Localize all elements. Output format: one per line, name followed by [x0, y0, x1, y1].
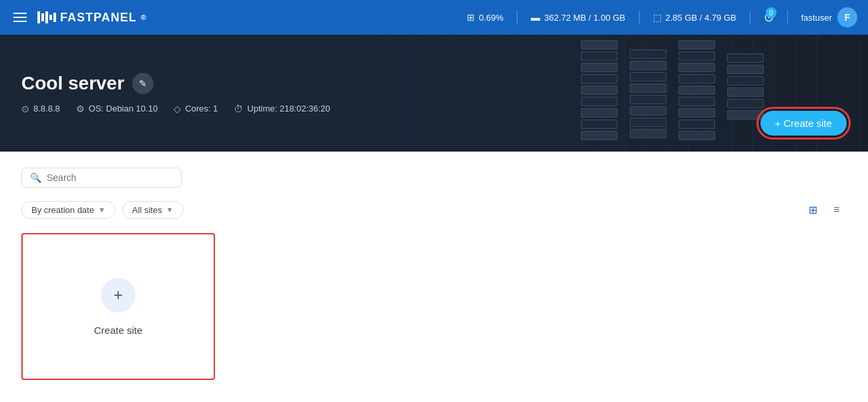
logo-tm: ® [141, 13, 147, 21]
search-icon: 🔍 [30, 172, 41, 183]
server-title: Cool server [21, 73, 124, 94]
divider-2 [639, 11, 640, 24]
logo: FASTPANEL® [37, 11, 459, 25]
logo-icon [37, 11, 56, 23]
ram-stat: ▬ 362.72 MB / 1.00 GB [531, 12, 625, 23]
sort-filter-button[interactable]: By creation date ▼ [21, 201, 116, 219]
cores-value: Cores: 1 [185, 104, 218, 114]
uptime-value: Uptime: 218:02:36:20 [247, 104, 330, 114]
server-ip: ⊙ 8.8.8.8 [21, 104, 60, 114]
sort-chevron-icon: ▼ [98, 206, 105, 214]
cores-icon: ◇ [174, 104, 181, 114]
notification-badge: 0 [766, 7, 777, 18]
plus-icon: + [114, 286, 123, 305]
disk-value: 2.85 GB / 4.79 GB [666, 13, 736, 23]
hamburger-menu[interactable] [11, 10, 29, 25]
add-circle-icon: + [101, 278, 136, 313]
create-site-card-label: Create site [94, 325, 143, 336]
divider-1 [517, 11, 517, 24]
edit-server-button[interactable]: ✎ [132, 73, 154, 94]
grid-icon: ⊞ [809, 204, 817, 216]
filters-row: By creation date ▼ All sites ▼ ⊞ ≡ [21, 200, 847, 220]
nav-stats: ⊞ 0.69% ▬ 362.72 MB / 1.00 GB ⬚ 2.85 GB … [467, 7, 857, 27]
cards-grid: + Create site [21, 233, 847, 380]
divider-4 [787, 11, 788, 24]
server-uptime: ⏱ Uptime: 218:02:36:20 [234, 104, 330, 114]
notifications[interactable]: ⊙ 0 [764, 10, 774, 25]
os-value: OS: Debian 10.10 [89, 104, 158, 114]
sort-label: By creation date [31, 205, 94, 215]
sites-filter-button[interactable]: All sites ▼ [122, 201, 184, 219]
filter-chevron-icon: ▼ [166, 206, 174, 214]
create-site-header-button[interactable]: + Create site [761, 111, 847, 136]
ram-value: 362.72 MB / 1.00 GB [544, 13, 625, 23]
cpu-icon: ⊞ [467, 12, 475, 23]
list-view-button[interactable]: ≡ [827, 200, 847, 220]
ram-icon: ▬ [531, 12, 540, 23]
server-cores: ◇ Cores: 1 [174, 104, 218, 114]
create-site-card[interactable]: + Create site [21, 233, 215, 380]
list-icon: ≡ [833, 204, 839, 216]
clock-icon: ⏱ [234, 104, 243, 114]
cpu-stat: ⊞ 0.69% [467, 12, 503, 23]
search-bar: 🔍 [21, 168, 182, 188]
logo-text: FASTPANEL [60, 11, 137, 25]
server-os: ⚙ OS: Debian 10.10 [76, 104, 158, 114]
create-site-header-label: + Create site [775, 118, 832, 129]
filters-left: By creation date ▼ All sites ▼ [21, 201, 184, 219]
search-input[interactable] [47, 172, 173, 183]
user-menu[interactable]: fastuser F [801, 7, 857, 27]
username: fastuser [801, 13, 832, 23]
disk-icon: ⬚ [653, 12, 662, 23]
top-navigation: FASTPANEL® ⊞ 0.69% ▬ 362.72 MB / 1.00 GB… [0, 0, 868, 35]
cpu-value: 0.69% [479, 13, 503, 23]
main-content: 🔍 By creation date ▼ All sites ▼ ⊞ ≡ [0, 152, 868, 402]
location-icon: ⊙ [21, 104, 29, 114]
filter-label: All sites [132, 205, 162, 215]
disk-stat: ⬚ 2.85 GB / 4.79 GB [653, 12, 736, 23]
user-avatar: F [837, 7, 857, 27]
divider-3 [750, 11, 750, 24]
os-icon: ⚙ [76, 104, 85, 114]
view-toggle: ⊞ ≡ [803, 200, 847, 220]
ip-value: 8.8.8.8 [33, 104, 60, 114]
server-banner: Cool server ✎ ⊙ 8.8.8.8 ⚙ OS: Debian 10.… [0, 35, 868, 152]
grid-view-button[interactable]: ⊞ [803, 200, 823, 220]
